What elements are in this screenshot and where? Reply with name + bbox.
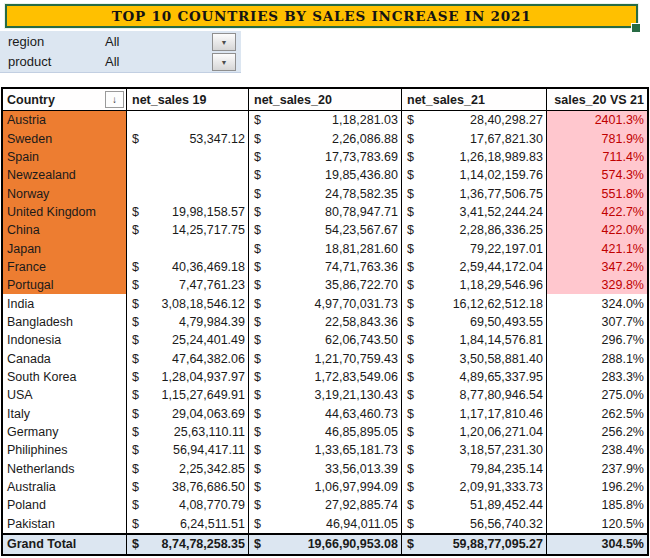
title-banner: TOP 10 COUNTRIES BY SALES INCREASE IN 20…: [5, 4, 638, 28]
country-cell: Philiphines: [3, 441, 127, 459]
sales-table: Country ↓ net_sales 19 net_sales_20 net_…: [1, 87, 649, 556]
pct-cell: 324.0%: [547, 294, 647, 312]
currency-symbol: $: [132, 333, 139, 347]
net-sales-21-cell: $3,18,57,231.30: [402, 441, 547, 459]
pct-cell: 781.9%: [547, 129, 647, 147]
pct-cell: 262.5%: [547, 405, 647, 423]
currency-symbol: $: [132, 443, 139, 457]
pct-cell: 421.1%: [547, 239, 647, 257]
currency-symbol: $: [254, 498, 261, 512]
net-sales-20-cell: $24,78,582.35: [249, 184, 402, 202]
currency-symbol: $: [254, 462, 261, 476]
net-sales-19-cell: $2,25,342.85: [127, 460, 249, 478]
net-sales-19-cell: $53,347.12: [127, 129, 249, 147]
product-filter-row: product All ▼: [0, 51, 241, 71]
table-row: Philiphines$56,94,417.11$1,33,65,181.73$…: [3, 441, 647, 459]
currency-symbol: $: [407, 407, 414, 421]
table-row: China$14,25,717.75$54,23,567.67$2,28,86,…: [3, 221, 647, 239]
net-sales-21-cell: $8,77,80,946.54: [402, 386, 547, 404]
net-sales-21-cell: $17,67,821.30: [402, 129, 547, 147]
product-filter-dropdown-button[interactable]: ▼: [212, 53, 236, 71]
currency-symbol: $: [407, 517, 414, 531]
table-row: South Korea$1,28,04,937.97$1,72,83,549.0…: [3, 368, 647, 386]
currency-symbol: $: [407, 297, 414, 311]
sort-filter-button[interactable]: ↓: [105, 91, 124, 108]
currency-symbol: $: [254, 480, 261, 494]
currency-symbol: $: [132, 370, 139, 384]
pct-cell: 288.1%: [547, 349, 647, 367]
net-sales-20-cell: $62,06,743.50: [249, 331, 402, 349]
country-cell: Norway: [3, 184, 127, 202]
net-sales-19-cell: $14,25,717.75: [127, 221, 249, 239]
currency-symbol: $: [407, 132, 414, 146]
pct-cell: 238.4%: [547, 441, 647, 459]
net-sales-19-cell: $40,36,469.18: [127, 258, 249, 276]
country-cell: Germany: [3, 423, 127, 441]
country-cell: Portugal: [3, 276, 127, 294]
net-sales-21-cell: $79,22,197.01: [402, 239, 547, 257]
net-sales-20-cell: $1,21,70,759.43: [249, 349, 402, 367]
currency-symbol: $: [132, 297, 139, 311]
currency-symbol: $: [254, 315, 261, 329]
pct-cell: 422.7%: [547, 203, 647, 221]
currency-symbol: $: [132, 260, 139, 274]
country-cell: Italy: [3, 405, 127, 423]
table-header-row: Country ↓ net_sales 19 net_sales_20 net_…: [3, 89, 647, 111]
currency-symbol: $: [254, 150, 261, 164]
pct-cell: 422.0%: [547, 221, 647, 239]
currency-symbol: $: [132, 352, 139, 366]
currency-symbol: $: [254, 352, 261, 366]
net-sales-21-cell: $2,28,86,336.25: [402, 221, 547, 239]
net-sales-20-cell: $46,94,011.05: [249, 515, 402, 533]
net-sales-19-cell: $25,24,401.49: [127, 331, 249, 349]
net-sales-20-cell: $1,18,281.03: [249, 111, 402, 129]
net-sales-20-cell: $35,86,722.70: [249, 276, 402, 294]
chevron-down-icon: ▼: [221, 39, 228, 46]
net-sales-21-cell: $1,14,02,159.76: [402, 166, 547, 184]
region-filter-value[interactable]: All: [105, 34, 119, 49]
pct-cell: 574.3%: [547, 166, 647, 184]
net-sales-20-cell: $18,81,281.60: [249, 239, 402, 257]
net-sales-21-cell: $2,09,91,333.73: [402, 478, 547, 496]
net-sales-21-cell: $51,89,452.44: [402, 496, 547, 514]
net-sales-19-cell: $25,63,110.11: [127, 423, 249, 441]
currency-symbol: $: [132, 205, 139, 219]
net-sales-20-cell: $80,78,947.71: [249, 203, 402, 221]
currency-symbol: $: [132, 480, 139, 494]
net-sales-19-cell: $47,64,382.06: [127, 349, 249, 367]
table-row: Netherlands$2,25,342.85$33,56,013.39$79,…: [3, 460, 647, 478]
currency-symbol: $: [407, 333, 414, 347]
currency-symbol: $: [407, 278, 414, 292]
region-filter-dropdown-button[interactable]: ▼: [212, 33, 236, 51]
selection-handle[interactable]: [631, 23, 641, 33]
currency-symbol: $: [132, 278, 139, 292]
net-sales-19-column-header: net_sales 19: [127, 89, 249, 110]
net-sales-20-cell: $3,19,21,130.43: [249, 386, 402, 404]
currency-symbol: $: [254, 187, 261, 201]
grand-total-row: Grand Total $ 8,74,78,258.35 $ 19,66,90,…: [3, 533, 647, 554]
net-sales-19-cell: [127, 239, 249, 257]
grand-total-label: Grand Total: [3, 535, 127, 554]
net-sales-19-cell: [127, 148, 249, 166]
net-sales-21-cell: $56,56,740.32: [402, 515, 547, 533]
pct-cell: 551.8%: [547, 184, 647, 202]
country-cell: Pakistan: [3, 515, 127, 533]
table-row: Canada$47,64,382.06$1,21,70,759.43$3,50,…: [3, 349, 647, 367]
net-sales-19-cell: $1,28,04,937.97: [127, 368, 249, 386]
currency-symbol: $: [254, 333, 261, 347]
country-cell: Newzealand: [3, 166, 127, 184]
product-filter-value[interactable]: All: [105, 54, 119, 69]
currency-symbol: $: [132, 132, 139, 146]
region-filter-label: region: [0, 34, 105, 49]
currency-symbol: $: [254, 113, 261, 127]
currency-symbol: $: [407, 187, 414, 201]
net-sales-20-cell: $22,58,843.36: [249, 313, 402, 331]
pct-cell: 307.7%: [547, 313, 647, 331]
currency-symbol: $: [254, 370, 261, 384]
table-row: Italy$29,04,063.69$44,63,460.73$1,17,17,…: [3, 405, 647, 423]
currency-symbol: $: [407, 370, 414, 384]
net-sales-21-cell: $1,18,29,546.96: [402, 276, 547, 294]
pct-cell: 711.4%: [547, 148, 647, 166]
net-sales-20-cell: $54,23,567.67: [249, 221, 402, 239]
currency-symbol: $: [132, 223, 139, 237]
